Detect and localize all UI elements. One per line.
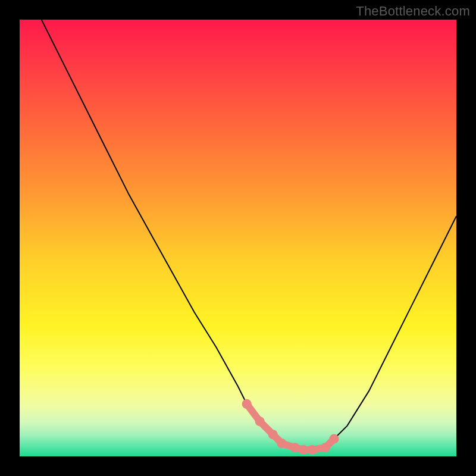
highlight-segment-line [247,404,334,450]
highlight-dot [277,439,286,448]
plot-svg [20,20,456,456]
highlight-dot [290,443,299,452]
highlight-segment-dots [242,399,339,455]
chart-frame: TheBottleneck.com [0,0,476,476]
highlight-dot [308,445,317,455]
highlight-dot [299,445,308,455]
curve-line [42,20,456,450]
highlight-dot [329,434,339,444]
highlight-dot [255,416,265,426]
plot-area [20,20,456,456]
highlight-dot [268,430,278,439]
watermark: TheBottleneck.com [356,4,470,19]
highlight-dot [242,399,252,409]
highlight-dot [321,443,330,452]
